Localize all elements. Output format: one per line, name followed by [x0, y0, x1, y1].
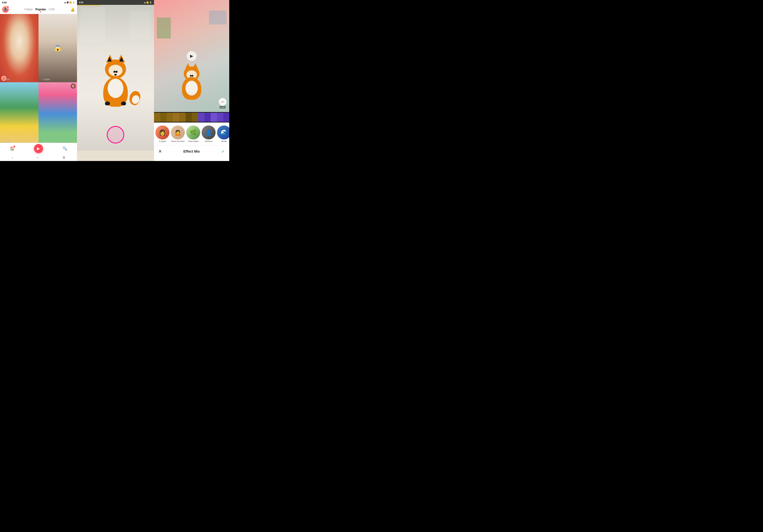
- mini-fox-ear-r: [192, 63, 198, 69]
- mini-fox-body: [178, 66, 206, 101]
- thumb-3: [0, 82, 39, 143]
- search-button[interactable]: 🔍: [62, 146, 67, 151]
- video-panel: 8:52 ☁ 📶 🔋: [77, 0, 154, 161]
- home-sys-button[interactable]: ○: [37, 156, 39, 159]
- filmstrip-area[interactable]: [154, 112, 229, 123]
- back-button[interactable]: ‹: [12, 156, 13, 159]
- tab-follow[interactable]: Follow: [25, 7, 33, 12]
- pink-circle-highlight: [107, 126, 124, 144]
- effect-label-ocean: Ocean: [221, 140, 227, 142]
- effect-thumb-closeup: 🙍: [171, 126, 185, 140]
- feed-header: 👤 2 Follow Popular LIVE 🔔: [0, 5, 77, 14]
- feed-cell-1[interactable]: ♡ 15181: [0, 14, 39, 82]
- fox-eye-left: [113, 71, 116, 73]
- effect-cancel-button[interactable]: ✕: [158, 149, 162, 154]
- cloud-icon: ☁: [64, 1, 66, 4]
- effect-confirm-button[interactable]: ✓: [221, 149, 225, 154]
- film-frame-12: [223, 113, 229, 122]
- effect-item-olympus[interactable]: 👤 Olympus: [202, 126, 216, 142]
- feed-bottom-bar: 🏠 ▶ 🔍: [0, 143, 77, 154]
- progress-fill: [77, 5, 100, 5]
- wifi-icon: 📶: [146, 1, 149, 4]
- status-bar-feed: 8:50 ☁ 🖼 📶 🔋: [0, 0, 77, 5]
- olympus-img: 👤: [202, 126, 216, 140]
- fox-paw-right: [121, 101, 126, 105]
- undo-button[interactable]: ↩ Undo: [219, 98, 226, 109]
- colorwheel-img: 🌿: [186, 126, 200, 140]
- play-button-overlay[interactable]: ▶: [187, 51, 196, 61]
- tab-live[interactable]: LIVE: [49, 7, 55, 12]
- wifi-icon: 📶: [69, 1, 72, 4]
- ocean-img: 🌊: [217, 126, 229, 140]
- cell-3-likes: ♡ 70965: [1, 141, 10, 143]
- record-button[interactable]: ▶: [34, 144, 43, 153]
- like-heart-icon: ♡: [1, 141, 4, 143]
- effect-panel: ▶ ↩ Undo: [154, 0, 229, 161]
- like-heart-icon: ♡: [40, 78, 42, 81]
- notification-bell[interactable]: 🔔: [70, 7, 75, 12]
- fox-face: [108, 65, 123, 76]
- video-time: 8:52: [79, 1, 83, 4]
- home-button[interactable]: 🏠: [10, 146, 15, 151]
- mini-fox-torso: [182, 77, 201, 100]
- cell-2-emoji: 😱: [54, 45, 61, 52]
- feed-cell-2[interactable]: 😱 ♡ 119306: [39, 14, 77, 82]
- background-box-2: [130, 11, 151, 39]
- trending-icon: 🎨: [71, 84, 75, 88]
- effect-item-closeup[interactable]: 🙍 Close-Up Zoom: [171, 126, 185, 142]
- film-frame-4: [173, 113, 179, 122]
- effect-label-closeup: Close-Up Zoom: [171, 140, 184, 142]
- feed-cell-4[interactable]: 🎨 ♡ 196444: [39, 82, 77, 143]
- thumb-4: [39, 82, 77, 143]
- recents-button[interactable]: ☰: [63, 156, 65, 159]
- film-frame-1: [154, 113, 160, 122]
- fox-head: [105, 59, 126, 79]
- effect-thumb-xsignal: 👩: [156, 126, 169, 140]
- image-icon: 🖼: [67, 1, 68, 4]
- effect-thumb-ocean: 🌊: [217, 126, 229, 140]
- effect-title: Effect Mix: [183, 150, 200, 154]
- film-frame-6: [185, 113, 192, 122]
- home-badge: [14, 146, 15, 147]
- fox-torso: [103, 77, 128, 107]
- film-frame-11: [217, 113, 223, 122]
- avatar-badge: 2: [6, 6, 9, 9]
- film-frame-2: [160, 113, 166, 122]
- bg-box-green: [157, 18, 171, 39]
- video-progress-bar[interactable]: [77, 5, 154, 5]
- effect-item-xsignal[interactable]: 👩 X-signal: [156, 126, 169, 142]
- tab-popular[interactable]: Popular: [35, 7, 46, 12]
- fox-scene: [77, 0, 154, 161]
- video-content[interactable]: [77, 0, 154, 161]
- film-frame-7: [192, 113, 198, 122]
- xsignal-img: 👩: [156, 126, 169, 140]
- mini-fox-belly: [185, 81, 198, 96]
- fox-ear-inner-right: [119, 57, 124, 61]
- like-heart-icon: ♡: [1, 78, 4, 81]
- feed-panel: 8:50 ☁ 🖼 📶 🔋 👤 2 Follow Popular LIVE 🔔 ♡…: [0, 0, 77, 161]
- feed-grid: ♡ 15181 😱 ♡ 119306 ♡ 70965 🎨: [0, 14, 77, 143]
- effect-item-colorwheel[interactable]: 🌿 Color wheel: [186, 126, 200, 142]
- user-avatar[interactable]: 👤 2: [2, 6, 9, 13]
- film-frame-10: [211, 113, 217, 122]
- video-status-icons: ☁ 📶 🔋: [144, 1, 152, 4]
- bg-box-blue: [209, 11, 226, 25]
- fox-nose: [114, 74, 117, 76]
- cloud-icon: ☁: [144, 1, 146, 4]
- film-frame-8: [198, 113, 204, 122]
- shelf: [77, 151, 154, 161]
- feed-cell-3[interactable]: ♡ 70965: [0, 82, 39, 143]
- feed-nav-tabs: Follow Popular LIVE: [10, 7, 69, 12]
- undo-circle: ↩: [219, 98, 226, 106]
- fox-ear-inner-left: [107, 57, 112, 61]
- status-bar-video: 8:52 ☁ 📶 🔋: [77, 0, 154, 5]
- system-nav: ‹ ○ ☰: [0, 154, 77, 161]
- effect-item-ocean[interactable]: 🌊 Ocean: [217, 126, 229, 142]
- effects-row: 👩 X-signal 🙍 Close-Up Zoom 🌿 Color wheel…: [154, 123, 229, 145]
- background-box-1: [80, 7, 105, 42]
- effect-label-xsignal: X-signal: [159, 140, 166, 142]
- search-icon: 🔍: [62, 146, 67, 151]
- film-frame-3: [166, 113, 173, 122]
- effect-label-olympus: Olympus: [205, 140, 212, 142]
- fox-paw-left: [105, 101, 110, 105]
